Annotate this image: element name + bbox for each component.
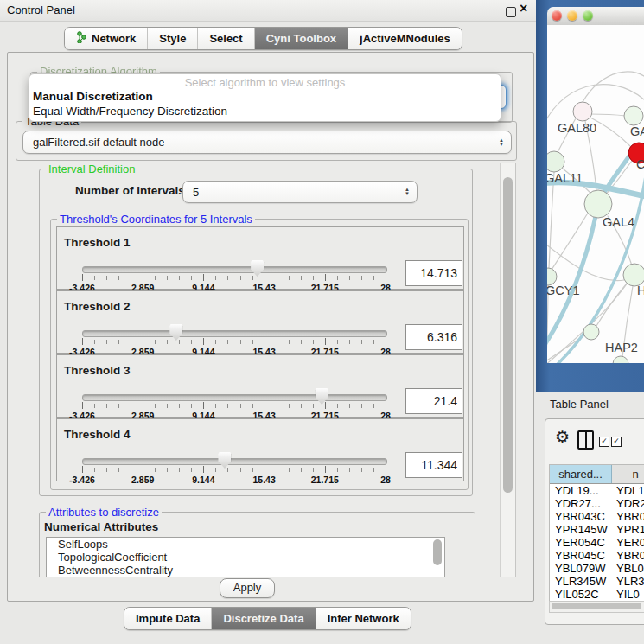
threshold-slider[interactable]: -3.4262.8599.14415.4321.71528 xyxy=(64,388,410,419)
table-row[interactable]: YDR27...YDR2 xyxy=(550,497,644,510)
slider-track[interactable] xyxy=(82,394,387,401)
list-scrollbar[interactable] xyxy=(433,539,442,565)
column-header-name[interactable]: n xyxy=(612,465,644,483)
network-node[interactable] xyxy=(613,356,628,363)
interval-definition-group: Interval Definition Number of Intervals … xyxy=(39,169,473,496)
cell-shared-name: YBR043C xyxy=(550,510,611,523)
algorithm-option-equal-width-frequency-discretization[interactable]: Equal Width/Frequency Discretization xyxy=(33,105,227,118)
network-edge[interactable] xyxy=(549,172,554,268)
slider-track[interactable] xyxy=(82,266,387,273)
threshold-value-field[interactable]: 11.344 xyxy=(405,452,462,478)
apply-button[interactable]: Apply xyxy=(220,578,275,598)
threshold-value-field[interactable]: 21.4 xyxy=(405,388,462,414)
slider-major-ticks xyxy=(82,402,387,409)
tab-label: jActiveMNodules xyxy=(360,32,450,45)
node-table[interactable]: shared... n YDL19...YDL1YDR27...YDR2YBR0… xyxy=(549,464,644,602)
numerical-attributes-list[interactable]: SelfLoopsTopologicalCoefficientBetweenne… xyxy=(46,537,445,577)
table-row[interactable]: YBR043CYBR0 xyxy=(550,510,644,523)
panel-scrollbar-thumb[interactable] xyxy=(503,177,513,493)
gear-icon[interactable]: ⚙ xyxy=(555,427,570,446)
close-traffic-light[interactable] xyxy=(552,10,562,21)
table-row[interactable]: YBR045CYBR0 xyxy=(550,549,644,562)
algorithm-option-manual-discretization[interactable]: Manual Discretization xyxy=(33,90,153,104)
node-label: GAL11 xyxy=(547,171,583,185)
table-data-combo[interactable]: galFiltered.sif default node ▲▼ xyxy=(22,131,512,154)
threshold-label: Threshold 3 xyxy=(64,364,131,377)
network-node-gal4[interactable] xyxy=(584,190,612,218)
table-row[interactable]: YDL19...YDL1 xyxy=(550,484,644,497)
float-window-icon[interactable] xyxy=(506,7,516,17)
threshold-slider[interactable]: -3.4262.8599.14415.4321.71528 xyxy=(64,260,410,291)
table-hscrollbar[interactable] xyxy=(549,601,644,613)
threshold-slider[interactable]: -3.4262.8599.14415.4321.71528 xyxy=(64,324,410,355)
threshold-box: Threshold 4 -3.4262.8599.14415.4321.7152… xyxy=(56,418,464,481)
network-edge[interactable] xyxy=(583,72,644,102)
table-row[interactable]: YER054CYER0 xyxy=(550,536,644,549)
cell-name: YBR0 xyxy=(611,510,644,523)
number-of-intervals-combo[interactable]: 5 ▲▼ xyxy=(182,181,418,203)
network-node-hap2[interactable] xyxy=(583,324,599,340)
table-toolbar: ⚙ ✓ ✓ xyxy=(545,419,644,462)
slider-track[interactable] xyxy=(82,330,387,337)
slider-major-ticks xyxy=(82,466,387,473)
network-node-gal11[interactable] xyxy=(547,151,564,172)
tab-discretize-data[interactable]: Discretize Data xyxy=(212,608,316,629)
table-row[interactable]: YBL079WYBL0 xyxy=(550,562,644,575)
numerical-attributes-label: Numerical Attributes xyxy=(44,520,158,533)
threshold-box: Threshold 2 -3.4262.8599.14415.4321.7152… xyxy=(56,290,464,354)
threshold-value-field[interactable]: 6.316 xyxy=(405,324,462,350)
network-node-ga[interactable] xyxy=(624,106,643,125)
tick-label: -3.426 xyxy=(69,475,95,485)
attribute-item[interactable]: TopologicalCoefficient xyxy=(47,551,444,564)
threshold-label: Threshold 2 xyxy=(64,300,131,313)
network-edge[interactable] xyxy=(590,114,626,116)
tab-label: Select xyxy=(209,32,242,45)
threshold-slider[interactable]: -3.4262.8599.14415.4321.71528 xyxy=(64,452,410,483)
threshold-value-field[interactable]: 14.713 xyxy=(405,260,462,286)
network-node-gal80[interactable] xyxy=(573,102,592,121)
tab-label: Infer Network xyxy=(328,612,399,625)
tab-cyni-toolbox[interactable]: Cyni Toolbox xyxy=(255,28,348,49)
table-data-value: galFiltered.sif default node xyxy=(23,136,164,149)
column-layout-icon[interactable] xyxy=(577,430,594,450)
top-tab-bar: NetworkStyleSelectCyni ToolboxjActiveMNo… xyxy=(64,27,462,50)
attribute-item[interactable]: SelfLoops xyxy=(47,538,444,551)
threshold-label: Threshold 4 xyxy=(64,428,131,441)
table-header[interactable]: shared... n xyxy=(550,465,644,484)
tab-network[interactable]: Network xyxy=(65,28,148,49)
tab-jactivemnodules[interactable]: jActiveMNodules xyxy=(348,28,462,49)
attribute-item[interactable]: BetweennessCentrality xyxy=(47,564,444,577)
settings-scroll-area: Interval Definition Number of Intervals … xyxy=(12,163,500,577)
network-node-gcy1[interactable] xyxy=(547,268,557,285)
network-window-titlebar[interactable] xyxy=(547,7,644,26)
cell-shared-name: YIL052C xyxy=(550,588,611,601)
zoom-traffic-light[interactable] xyxy=(583,10,593,21)
minimize-traffic-light[interactable] xyxy=(567,10,577,21)
panel-scrollbar[interactable] xyxy=(500,163,516,577)
slider-track[interactable] xyxy=(82,458,387,465)
slider-major-ticks xyxy=(82,274,387,281)
table-panel: ⚙ ✓ ✓ shared... n YDL19...YDL1YDR27...YD… xyxy=(545,418,644,625)
checkbox-icon[interactable]: ✓ xyxy=(599,437,609,447)
table-row[interactable]: YIL052CYIL0 xyxy=(550,588,644,601)
table-row[interactable]: YPR145WYPR1 xyxy=(550,523,644,536)
cell-name: YBR0 xyxy=(611,549,644,562)
node-label: GCY1 xyxy=(547,284,580,297)
network-canvas[interactable]: GAL80GACGAL11GAL4GCY1HHAP2 xyxy=(547,25,644,363)
tab-label: Discretize Data xyxy=(223,612,303,625)
close-icon[interactable]: × xyxy=(520,1,527,16)
tab-select[interactable]: Select xyxy=(198,28,254,49)
checkbox-icon[interactable]: ✓ xyxy=(611,437,622,447)
tab-style[interactable]: Style xyxy=(148,28,198,49)
attributes-group-title: Attributes to discretize xyxy=(46,506,162,519)
column-header-shared[interactable]: shared... xyxy=(550,465,612,483)
combo-stepper-icon: ▲▼ xyxy=(405,188,410,196)
table-row[interactable]: YLR345WYLR3 xyxy=(550,575,644,588)
tick-label: 21.715 xyxy=(311,475,339,485)
dropdown-placeholder: Select algorithm to view settings xyxy=(29,76,501,89)
table-hscrollbar-thumb[interactable] xyxy=(552,603,641,609)
cell-name: YIL0 xyxy=(611,588,644,601)
tab-infer-network[interactable]: Infer Network xyxy=(316,608,411,629)
attributes-group: Attributes to discretize Numerical Attri… xyxy=(39,512,475,577)
tab-impute-data[interactable]: Impute Data xyxy=(124,608,212,629)
